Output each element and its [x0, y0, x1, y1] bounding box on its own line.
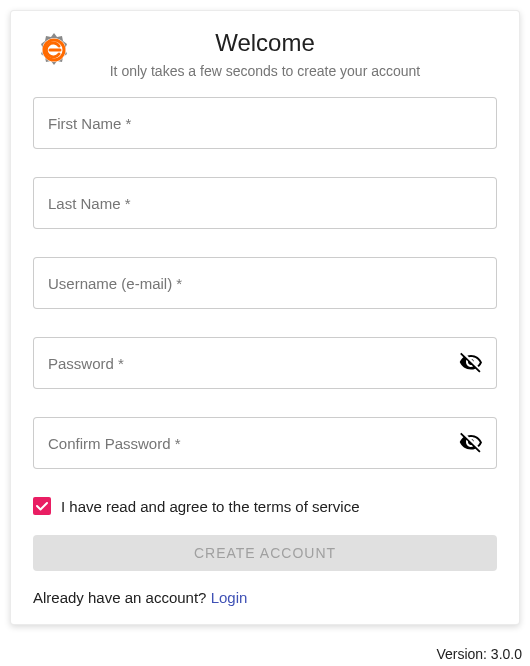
first-name-field[interactable] [33, 97, 497, 149]
login-prompt-text: Already have an account? [33, 589, 211, 606]
confirm-password-field-wrapper [33, 417, 497, 469]
card-header: Welcome It only takes a few seconds to c… [33, 29, 497, 79]
checkmark-icon [35, 499, 49, 513]
gear-logo-icon [33, 29, 75, 71]
confirm-password-field[interactable] [33, 417, 497, 469]
page-title: Welcome [33, 29, 497, 57]
signup-card: Welcome It only takes a few seconds to c… [10, 10, 520, 625]
create-account-button[interactable]: CREATE ACCOUNT [33, 535, 497, 571]
terms-row: I have read and agree to the terms of se… [33, 497, 497, 515]
terms-label: I have read and agree to the terms of se… [61, 498, 360, 515]
password-field-wrapper [33, 337, 497, 389]
toggle-confirm-password-visibility-icon[interactable] [457, 429, 485, 457]
app-logo [33, 29, 75, 75]
username-field-wrapper [33, 257, 497, 309]
last-name-field[interactable] [33, 177, 497, 229]
password-field[interactable] [33, 337, 497, 389]
username-field[interactable] [33, 257, 497, 309]
login-prompt: Already have an account? Login [33, 589, 497, 606]
toggle-password-visibility-icon[interactable] [457, 349, 485, 377]
first-name-field-wrapper [33, 97, 497, 149]
page-subtitle: It only takes a few seconds to create yo… [33, 63, 497, 79]
terms-checkbox[interactable] [33, 497, 51, 515]
last-name-field-wrapper [33, 177, 497, 229]
version-label: Version: 3.0.0 [436, 646, 522, 662]
login-link[interactable]: Login [211, 589, 248, 606]
